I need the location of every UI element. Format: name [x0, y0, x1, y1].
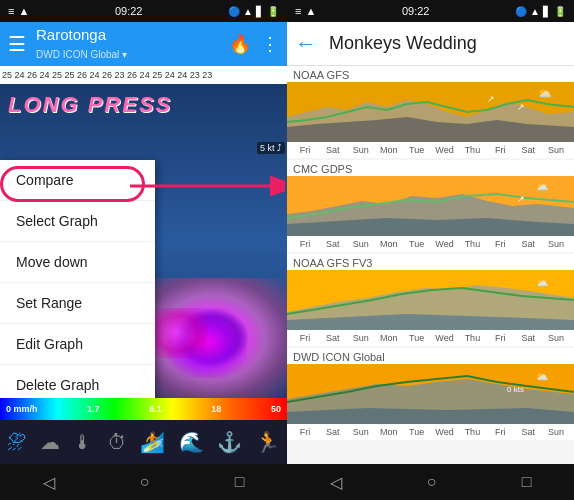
context-menu: Compare Select Graph Move down Set Range…: [0, 160, 155, 398]
cmc-sat-1: Sat: [319, 239, 347, 249]
nav-rain-icon[interactable]: ⛈: [7, 431, 27, 454]
right-back-icon[interactable]: ◁: [330, 473, 342, 492]
scale-val-3: 18: [211, 404, 221, 414]
day-sat-1: Sat: [319, 145, 347, 155]
app-title: Rarotonga: [36, 26, 106, 43]
dwd-sat-1: Sat: [319, 427, 347, 437]
dwd-fri-1: Fri: [291, 427, 319, 437]
back-button[interactable]: ←: [295, 31, 317, 57]
right-status-time: 09:22: [402, 5, 430, 17]
menu-icon[interactable]: ☰: [8, 32, 26, 56]
dwd-sat-2: Sat: [514, 427, 542, 437]
cmc-sun-2: Sun: [542, 239, 570, 249]
right-wifi-icon: ▲: [530, 6, 540, 17]
map-area[interactable]: LONG PRESS 🌡 🌡 🌡 5 kt ⤴ Compare Select G…: [0, 84, 287, 398]
day-sun-2: Sun: [542, 145, 570, 155]
fv3-sun-2: Sun: [542, 333, 570, 343]
cmc-wed-1: Wed: [431, 239, 459, 249]
recents-nav-icon[interactable]: □: [235, 473, 245, 491]
dwd-wed-1: Wed: [431, 427, 459, 437]
cmc-fri-2: Fri: [486, 239, 514, 249]
cmc-tue-1: Tue: [403, 239, 431, 249]
menu-item-move-down[interactable]: Move down: [0, 242, 155, 283]
nav-cloud-icon[interactable]: ☁: [40, 430, 60, 454]
scale-val-1: 1.7: [87, 404, 100, 414]
app-icon: ▲: [18, 5, 29, 17]
wifi-icon: ▲: [243, 6, 253, 17]
day-mon-1: Mon: [375, 145, 403, 155]
fv3-tue-1: Tue: [403, 333, 431, 343]
chart-noaa-gfs-svg: ⛅ ↗ ↗: [287, 82, 574, 142]
day-tue-1: Tue: [403, 145, 431, 155]
radar-blob-3: [147, 308, 207, 358]
graph-noaa-fv3-label: NOAA GFS FV3: [287, 254, 574, 270]
menu-item-select-graph[interactable]: Select Graph: [0, 201, 155, 242]
bottom-nav-left: ⛈ ☁ 🌡 ⏱ 🏄 🌊 ⚓ 🏃: [0, 420, 287, 464]
menu-item-edit-graph[interactable]: Edit Graph: [0, 324, 155, 365]
graph-noaa-gfs-days: Fri Sat Sun Mon Tue Wed Thu Fri Sat Sun: [287, 142, 574, 158]
status-icons-right: 🔵 ▲ ▋ 🔋: [228, 6, 279, 17]
right-home-icon[interactable]: ○: [427, 473, 437, 491]
menu-item-compare[interactable]: Compare: [0, 160, 155, 201]
right-toolbar: ← Monkeys Wedding: [287, 22, 574, 66]
graph-cmc-gdps-days: Fri Sat Sun Mon Tue Wed Thu Fri Sat Sun: [287, 236, 574, 252]
right-signal-icon: ▋: [543, 6, 551, 17]
right-battery-icon: 🔋: [554, 6, 566, 17]
day-thu-1: Thu: [458, 145, 486, 155]
chart-dwd-svg: ⛅ 0 kts: [287, 364, 574, 424]
right-bluetooth-icon: 🔵: [515, 6, 527, 17]
cmc-fri-1: Fri: [291, 239, 319, 249]
day-wed-1: Wed: [431, 145, 459, 155]
nav-wave-icon[interactable]: 🌊: [179, 430, 204, 454]
graph-dwd-icon: DWD ICON Global ⛅ 0 kts Fri Sat Sun Mon: [287, 348, 574, 440]
graphs-container: NOAA GFS ⛅ ↗ ↗: [287, 66, 574, 464]
home-nav-icon[interactable]: ○: [140, 473, 150, 491]
fire-icon[interactable]: 🔥: [229, 33, 251, 55]
right-app-icon: ▲: [305, 5, 316, 17]
dwd-tue-1: Tue: [403, 427, 431, 437]
right-status-bar: ≡ ▲ 09:22 🔵 ▲ ▋ 🔋: [287, 0, 574, 22]
dwd-mon-1: Mon: [375, 427, 403, 437]
graph-dwd-icon-chart: ⛅ 0 kts: [287, 364, 574, 424]
day-sun-1: Sun: [347, 145, 375, 155]
nav-run-icon[interactable]: 🏃: [255, 430, 280, 454]
color-scale-bar: 0 mm/h 1.7 6.1 18 50: [0, 398, 287, 420]
dwd-sun-1: Sun: [347, 427, 375, 437]
svg-text:↗: ↗: [487, 94, 495, 104]
status-time: 09:22: [115, 5, 143, 17]
menu-item-delete-graph[interactable]: Delete Graph: [0, 365, 155, 398]
cmc-mon-1: Mon: [375, 239, 403, 249]
chart-fv3-svg: ⛅: [287, 270, 574, 330]
svg-marker-20: [287, 408, 574, 424]
svg-text:⛅: ⛅: [537, 85, 552, 100]
battery-icon: 🔋: [267, 6, 279, 17]
graph-cmc-gdps-chart: ⛅ ↗: [287, 176, 574, 236]
day-sat-2: Sat: [514, 145, 542, 155]
back-nav-icon[interactable]: ◁: [43, 473, 55, 492]
svg-text:↗: ↗: [517, 194, 525, 204]
fv3-fri-2: Fri: [486, 333, 514, 343]
cmc-sun-1: Sun: [347, 239, 375, 249]
right-panel: ≡ ▲ 09:22 🔵 ▲ ▋ 🔋 ← Monkeys Wedding NOAA…: [287, 0, 574, 500]
graph-cmc-gdps: CMC GDPS ⛅ ↗ Fri Sat Sun Mon Tue Wed Thu: [287, 160, 574, 252]
graph-noaa-gfs-chart: ⛅ ↗ ↗: [287, 82, 574, 142]
right-status-icons: 🔵 ▲ ▋ 🔋: [515, 6, 566, 17]
cmc-sat-2: Sat: [514, 239, 542, 249]
nav-timer-icon[interactable]: ⏱: [107, 431, 127, 454]
nav-anchor-icon[interactable]: ⚓: [217, 430, 242, 454]
cmc-thu-1: Thu: [458, 239, 486, 249]
graph-noaa-fv3-chart: ⛅: [287, 270, 574, 330]
svg-text:⛅: ⛅: [535, 369, 549, 383]
right-recents-icon[interactable]: □: [522, 473, 532, 491]
day-fri-1: Fri: [291, 145, 319, 155]
svg-text:⛅: ⛅: [535, 179, 549, 193]
overflow-icon[interactable]: ⋮: [261, 33, 279, 55]
graph-noaa-gfs: NOAA GFS ⛅ ↗ ↗: [287, 66, 574, 158]
menu-item-set-range[interactable]: Set Range: [0, 283, 155, 324]
bottom-bar-left: ◁ ○ □: [0, 464, 287, 500]
bluetooth-icon: 🔵: [228, 6, 240, 17]
app-subtitle[interactable]: DWD ICON Global ▾: [36, 49, 127, 60]
nav-temp-icon[interactable]: 🌡: [73, 431, 93, 454]
left-status-bar: ≡ ▲ 09:22 🔵 ▲ ▋ 🔋: [0, 0, 287, 22]
nav-surf-icon[interactable]: 🏄: [140, 430, 165, 454]
